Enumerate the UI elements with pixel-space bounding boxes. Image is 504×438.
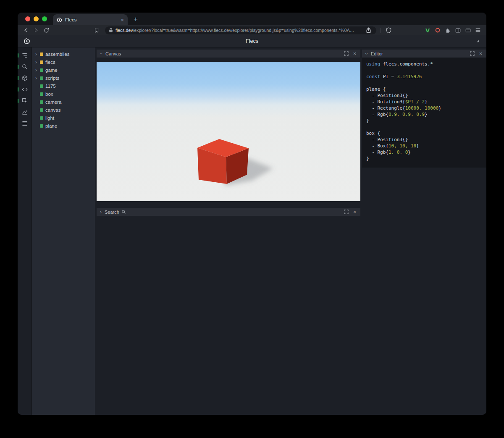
code-line: - Position3{}: [366, 136, 482, 143]
close-panel-icon[interactable]: ×: [478, 50, 484, 57]
entity-label: canvas: [45, 108, 60, 113]
code-line: using flecs.components.*: [366, 61, 482, 67]
bookmark-icon[interactable]: [92, 26, 101, 34]
expand-panel-icon[interactable]: [343, 209, 349, 215]
chevron-down-icon[interactable]: ›: [365, 52, 369, 56]
left-column: › Canvas ×: [97, 50, 360, 216]
expand-arrow-icon[interactable]: ›: [34, 60, 38, 64]
page-content: ›assemblies›flecs›game›scripts1175boxcam…: [18, 47, 486, 415]
editor-panel-title: Editor: [371, 51, 383, 56]
code-line: - Rgb{1, 0, 0}: [366, 149, 482, 155]
code-icon[interactable]: [20, 85, 29, 94]
tree-item-game[interactable]: ›game: [32, 66, 95, 74]
archetypes-icon[interactable]: [20, 119, 29, 128]
browser-tab[interactable]: Flecs ×: [53, 14, 128, 25]
entity-label: scripts: [45, 76, 59, 81]
tree-item-plane[interactable]: plane: [32, 122, 95, 130]
entity-color-swatch: [40, 116, 43, 120]
code-line: [366, 124, 482, 130]
magnifier-icon: [121, 210, 126, 214]
entity-label: game: [45, 68, 58, 73]
tree-item-box[interactable]: box: [32, 90, 95, 98]
share-icon[interactable]: [364, 26, 373, 34]
minimize-window-button[interactable]: [34, 16, 39, 21]
code-line: }: [366, 118, 482, 124]
panel-area: › Canvas ×: [95, 47, 486, 415]
zoom-window-button[interactable]: [42, 16, 47, 21]
tab-strip: Flecs × +: [18, 13, 486, 25]
tree-item-camera[interactable]: camera: [32, 98, 95, 106]
tool-sidebar: [18, 47, 32, 415]
expand-arrow-icon[interactable]: ›: [34, 52, 38, 56]
canvas-panel-header: › Canvas ×: [97, 50, 360, 58]
code-line: [366, 80, 482, 86]
record-extension-icon[interactable]: [433, 26, 442, 34]
forward-icon[interactable]: [32, 26, 40, 34]
code-line: - Position3{}: [366, 92, 482, 99]
tab-title: Flecs: [65, 17, 76, 22]
lock-icon: [109, 28, 113, 33]
tab-close-icon[interactable]: ×: [121, 17, 124, 23]
tree-item-light[interactable]: light: [32, 114, 95, 122]
menu-icon[interactable]: [474, 26, 482, 34]
code-line: - Box{10, 10, 10}: [366, 143, 482, 149]
stats-chart-icon[interactable]: [20, 108, 29, 117]
side-panel-icon[interactable]: [454, 26, 462, 34]
flecs-logo-icon: [24, 38, 30, 45]
vimium-extension-icon[interactable]: V: [423, 26, 432, 34]
code-line: }: [366, 155, 482, 162]
entity-label: plane: [45, 123, 57, 129]
entity-tree: ›assemblies›flecs›game›scripts1175boxcam…: [32, 47, 95, 415]
chevron-down-icon[interactable]: ›: [99, 52, 103, 56]
close-panel-icon[interactable]: ×: [352, 50, 358, 57]
entity-color-swatch: [40, 124, 43, 128]
expand-panel-icon[interactable]: [343, 50, 349, 57]
entity-label: assemblies: [45, 52, 70, 57]
expand-panel-icon[interactable]: [469, 50, 475, 57]
reload-icon[interactable]: [42, 26, 50, 34]
shield-icon[interactable]: [384, 26, 393, 34]
close-panel-icon[interactable]: ×: [352, 209, 358, 215]
inspect-icon[interactable]: [20, 96, 29, 105]
url-path: /explorer/?local=true&wasm=https://www.f…: [133, 28, 354, 33]
url-domain: flecs.dev: [116, 28, 133, 33]
app-title: Flecs: [246, 38, 258, 44]
entity-color-swatch: [40, 60, 43, 64]
search-icon[interactable]: [20, 62, 29, 71]
extensions-puzzle-icon[interactable]: [444, 26, 452, 34]
code-line: const PI = 3.1415926: [366, 73, 482, 80]
share-link-icon[interactable]: [475, 38, 481, 45]
tree-item-assemblies[interactable]: ›assemblies: [32, 50, 95, 58]
chevron-right-icon[interactable]: ›: [99, 210, 102, 214]
entity-color-swatch: [40, 92, 43, 96]
tree-item-flecs[interactable]: ›flecs: [32, 58, 95, 66]
expand-arrow-icon[interactable]: ›: [34, 68, 38, 72]
wallet-card-icon[interactable]: [464, 26, 472, 34]
entity-label: box: [45, 92, 53, 97]
flecs-favicon-icon: [57, 17, 62, 23]
address-bar[interactable]: flecs.dev/explorer/?local=true&wasm=http…: [105, 26, 376, 34]
entity-color-swatch: [40, 68, 43, 72]
code-line: - Rgb{0.9, 0.9, 0.9}: [366, 111, 482, 118]
back-icon[interactable]: [22, 26, 30, 34]
editor-panel-header: › Editor ×: [362, 50, 486, 58]
script-editor[interactable]: using flecs.components.* const PI = 3.14…: [362, 58, 486, 168]
canvas-panel-title: Canvas: [105, 51, 121, 56]
url-text: flecs.dev/explorer/?local=true&wasm=http…: [116, 28, 362, 33]
tree-item-1175[interactable]: 1175: [32, 82, 95, 90]
entity-tree-icon[interactable]: [20, 51, 29, 60]
tree-item-canvas[interactable]: canvas: [32, 106, 95, 114]
entity-label: camera: [45, 100, 61, 105]
tree-item-scripts[interactable]: ›scripts: [32, 74, 95, 82]
new-tab-button[interactable]: +: [128, 16, 138, 25]
browser-toolbar: flecs.dev/explorer/?local=true&wasm=http…: [18, 25, 486, 35]
close-window-button[interactable]: [25, 16, 30, 21]
toolbar-divider: [380, 28, 381, 33]
entity-label: flecs: [45, 60, 55, 65]
3d-canvas[interactable]: [97, 62, 360, 201]
entities-cube-icon[interactable]: [20, 73, 29, 83]
entity-label: 1175: [45, 84, 56, 89]
entity-color-swatch: [40, 52, 43, 56]
expand-arrow-icon[interactable]: ›: [34, 76, 38, 80]
entity-color-swatch: [40, 100, 43, 104]
